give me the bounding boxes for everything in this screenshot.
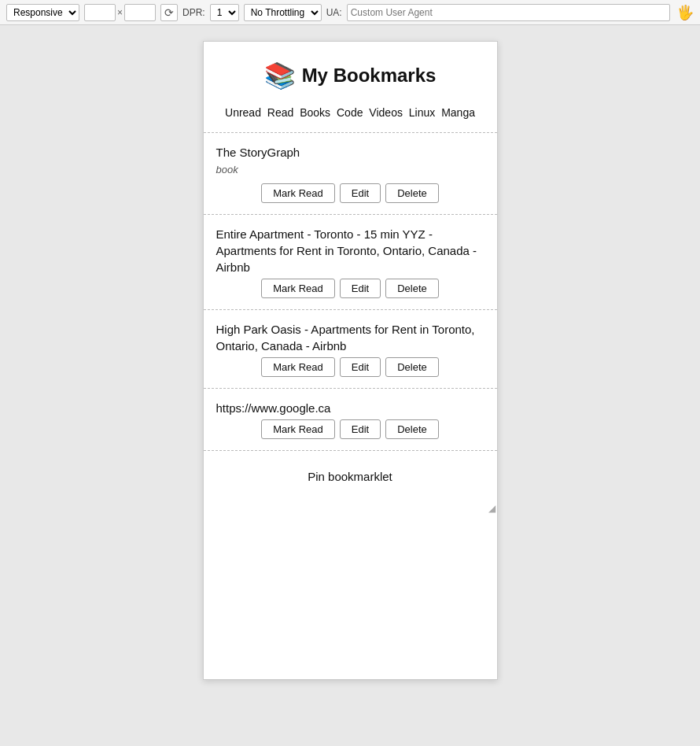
nav-manga[interactable]: Manga: [441, 106, 475, 119]
books-icon: 📚: [264, 61, 296, 90]
bookmark-actions: Mark Read Edit Delete: [216, 419, 484, 439]
pin-bookmarklet-link[interactable]: Pin bookmarklet: [308, 470, 392, 483]
app-container: 📚 My Bookmarks Unread Read Books Code Vi…: [203, 41, 498, 680]
mark-read-button[interactable]: Mark Read: [261, 279, 335, 298]
nav-links: Unread Read Books Code Videos Linux Mang…: [204, 100, 497, 132]
delete-button[interactable]: Delete: [385, 357, 439, 377]
mark-read-button[interactable]: Mark Read: [261, 357, 335, 377]
app-header: 📚 My Bookmarks: [204, 42, 497, 100]
width-input[interactable]: 375: [84, 4, 116, 21]
bookmark-actions: Mark Read Edit Delete: [216, 357, 484, 377]
delete-button[interactable]: Delete: [385, 419, 439, 439]
resize-handle[interactable]: ◢: [204, 502, 497, 513]
toolbar: Responsive 375 × 812 ⟳ DPR: 1 2 3 No Thr…: [0, 0, 700, 25]
mark-read-button[interactable]: Mark Read: [261, 183, 335, 203]
bookmark-actions: Mark Read Edit Delete: [216, 183, 484, 203]
rotate-icon[interactable]: ⟳: [160, 4, 178, 21]
bookmark-item: Entire Apartment - Toronto - 15 min YYZ …: [204, 214, 497, 310]
edit-button[interactable]: Edit: [340, 279, 381, 298]
mark-read-button[interactable]: Mark Read: [261, 419, 335, 439]
bookmark-item: https://www.google.ca Mark Read Edit Del…: [204, 388, 497, 451]
nav-read[interactable]: Read: [267, 106, 293, 119]
bookmark-actions: Mark Read Edit Delete: [216, 279, 484, 298]
bookmark-tag: book: [216, 164, 484, 175]
bookmark-list: The StoryGraph book Mark Read Edit Delet…: [204, 132, 497, 679]
app-header-inner: 📚 My Bookmarks: [216, 61, 484, 90]
nav-unread[interactable]: Unread: [225, 106, 261, 119]
edit-button[interactable]: Edit: [340, 419, 381, 439]
ua-label: UA:: [326, 7, 342, 18]
height-input[interactable]: 812: [124, 4, 156, 21]
responsive-select[interactable]: Responsive: [6, 4, 79, 21]
nav-code[interactable]: Code: [337, 106, 363, 119]
nav-videos[interactable]: Videos: [369, 106, 403, 119]
bookmark-item: High Park Oasis - Apartments for Rent in…: [204, 309, 497, 389]
pin-section: Pin bookmarklet: [204, 450, 497, 502]
bookmark-title: Entire Apartment - Toronto - 15 min YYZ …: [216, 226, 484, 275]
dimension-separator: ×: [117, 7, 123, 18]
delete-button[interactable]: Delete: [385, 279, 439, 298]
edit-button[interactable]: Edit: [340, 357, 381, 377]
bookmark-item: The StoryGraph book Mark Read Edit Delet…: [204, 132, 497, 215]
page-wrapper: 📚 My Bookmarks Unread Read Books Code Vi…: [0, 25, 700, 746]
edit-button[interactable]: Edit: [340, 183, 381, 203]
throttling-select[interactable]: No Throttling Slow 3G Fast 3G Offline: [244, 4, 322, 21]
touch-icon[interactable]: 🖐: [676, 4, 694, 21]
bookmark-title: The StoryGraph: [216, 144, 484, 161]
nav-linux[interactable]: Linux: [409, 106, 435, 119]
dpr-label: DPR:: [182, 7, 205, 18]
bookmark-title: High Park Oasis - Apartments for Rent in…: [216, 321, 484, 354]
bookmark-title: https://www.google.ca: [216, 400, 484, 416]
ua-input[interactable]: [347, 4, 670, 21]
delete-button[interactable]: Delete: [385, 183, 439, 203]
nav-books[interactable]: Books: [300, 106, 330, 119]
dimension-inputs: 375 × 812: [84, 4, 156, 21]
dpr-select[interactable]: 1 2 3: [210, 4, 239, 21]
app-title: My Bookmarks: [302, 65, 437, 87]
